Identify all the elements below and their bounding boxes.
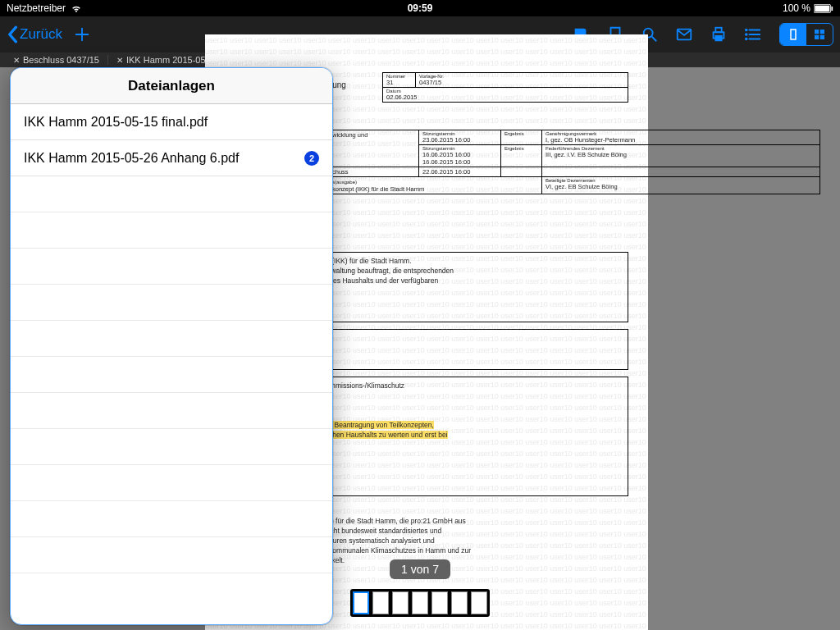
mail-icon[interactable]: [673, 23, 696, 46]
print-icon[interactable]: [707, 23, 730, 46]
tab-label: Beschluss 0437/15: [23, 55, 99, 65]
page-thumbnail[interactable]: [412, 591, 428, 614]
list-separator: [11, 321, 332, 357]
svg-point-16: [746, 34, 747, 35]
page-indicator: 1 von 7: [390, 559, 450, 579]
attachments-popover: Dateianlagen IKK Hamm 2015-05-15 final.p…: [10, 67, 333, 625]
list-separator: [11, 249, 332, 285]
back-label: Zurück: [20, 26, 62, 43]
add-button[interactable]: [71, 23, 94, 46]
svg-rect-1: [815, 6, 829, 12]
battery-icon: [814, 2, 833, 14]
list-separator: [11, 465, 332, 501]
single-page-view[interactable]: [780, 24, 806, 45]
tab-item[interactable]: ✕ Beschluss 0437/15: [5, 55, 108, 65]
list-separator: [11, 393, 332, 429]
page-thumbnail[interactable]: [353, 591, 369, 614]
ios-status-bar: Netzbetreiber 09:59 100 %: [0, 0, 840, 16]
thumbnail-strip: [350, 589, 490, 617]
view-mode-segment: [779, 23, 833, 46]
svg-rect-22: [820, 35, 824, 39]
back-button[interactable]: Zurück: [7, 25, 62, 43]
svg-line-7: [652, 37, 657, 42]
svg-rect-21: [815, 35, 819, 39]
list-separator: [11, 357, 332, 393]
close-icon[interactable]: ✕: [13, 56, 20, 65]
page-thumbnail[interactable]: [431, 591, 448, 614]
attachment-item[interactable]: IKK Hamm 2015-05-15 final.pdf: [11, 104, 332, 140]
attachments-list: IKK Hamm 2015-05-15 final.pdf IKK Hamm 2…: [11, 104, 332, 573]
list-separator: [11, 285, 332, 321]
page-thumbnail[interactable]: [471, 591, 487, 614]
svg-rect-10: [715, 28, 721, 33]
svg-point-15: [746, 30, 747, 31]
popover-title: Dateianlagen: [11, 68, 332, 104]
close-icon[interactable]: ✕: [116, 56, 123, 65]
svg-rect-11: [715, 36, 721, 41]
page-thumbnail[interactable]: [451, 591, 468, 614]
attachment-badge: 2: [304, 151, 319, 166]
list-separator: [11, 429, 332, 465]
list-separator: [11, 501, 332, 537]
battery-label: 100 %: [783, 2, 810, 14]
page-thumbnail[interactable]: [392, 591, 409, 614]
svg-rect-19: [815, 30, 819, 34]
list-separator: [11, 176, 332, 212]
attachment-item[interactable]: IKK Hamm 2015-05-26 Anhang 6.pdf 2: [11, 140, 332, 176]
attachment-label: IKK Hamm 2015-05-26 Anhang 6.pdf: [24, 151, 239, 166]
svg-rect-18: [791, 30, 796, 39]
attachment-label: IKK Hamm 2015-05-15 final.pdf: [24, 115, 208, 130]
svg-rect-20: [820, 30, 824, 34]
grid-view[interactable]: [806, 24, 833, 45]
list-icon[interactable]: [742, 23, 765, 46]
list-separator: [11, 212, 332, 249]
list-separator: [11, 537, 332, 573]
svg-rect-2: [831, 7, 833, 11]
wifi-icon: [71, 2, 82, 14]
statusbar-time: 09:59: [282, 2, 558, 14]
page-thumbnail[interactable]: [372, 591, 389, 614]
svg-point-17: [746, 39, 747, 40]
carrier-label: Netzbetreiber: [7, 2, 66, 14]
